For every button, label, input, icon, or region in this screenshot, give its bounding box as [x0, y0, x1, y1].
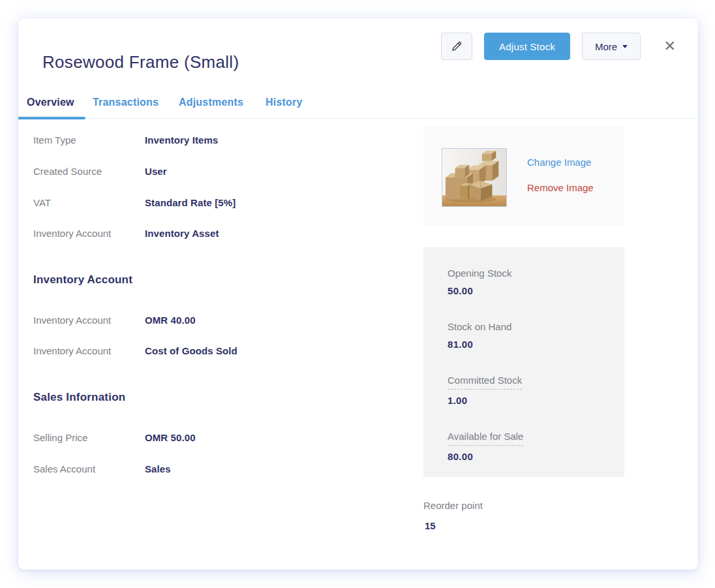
tab-bar: Overview Transactions Adjustments Histor…	[18, 82, 698, 119]
active-tab-underline	[18, 117, 85, 119]
field-label: Inventory Account	[33, 314, 145, 326]
field-row-inventory-account: Inventory AccountInventory Asset	[33, 227, 219, 240]
field-value: Inventory Items	[145, 134, 218, 146]
sales-section-heading: Sales Infornation	[33, 391, 125, 404]
more-button[interactable]: More	[582, 33, 641, 60]
change-image-link[interactable]: Change Image	[527, 157, 591, 168]
close-icon[interactable]: ✕	[664, 38, 676, 55]
field-label: Created Source	[33, 165, 145, 178]
field-value: Cost of Goods Sold	[145, 345, 237, 356]
reorder-point-label: Reorder point	[423, 500, 483, 511]
tab-overview[interactable]: Overview	[27, 97, 74, 108]
inventory-section-heading: Inventory Account	[33, 273, 132, 286]
tab-history[interactable]: History	[266, 97, 303, 108]
stock-label: Stock on Hand	[448, 320, 511, 333]
pencil-icon	[450, 40, 463, 53]
field-row-vat: VATStandard Rate [5%]	[33, 196, 236, 209]
item-image-panel: Change Image Remove Image	[423, 126, 624, 225]
tab-transactions[interactable]: Transactions	[93, 97, 159, 108]
stock-item-committed: Committed Stock 1.00	[448, 374, 605, 407]
stock-summary-panel: Opening Stock 50.00 Stock on Hand 81.00 …	[423, 247, 624, 477]
more-button-label: More	[595, 41, 617, 52]
field-row-inventory-price: Inventory AccountOMR 40.00	[33, 314, 196, 326]
stock-value: 80.00	[448, 450, 605, 463]
stock-item-available: Available for Sale 80.00	[448, 430, 605, 463]
field-row-item-type: Item TypeInventory Items	[33, 134, 218, 146]
stock-label-tooltip[interactable]: Committed Stock	[448, 374, 522, 390]
field-value: Standard Rate [5%]	[145, 197, 236, 208]
item-image	[442, 148, 507, 207]
field-label: Sales Account	[33, 463, 145, 475]
stock-label-tooltip[interactable]: Available for Sale	[448, 430, 523, 446]
remove-image-link[interactable]: Remove Image	[527, 182, 594, 193]
stock-value: 1.00	[448, 394, 605, 407]
field-value: OMR 50.00	[145, 432, 196, 443]
edit-button[interactable]	[441, 33, 472, 60]
field-label: VAT	[33, 196, 145, 209]
field-row-sales-account: Sales AccountSales	[33, 463, 171, 475]
item-detail-panel: Rosewood Frame (Small) Adjust Stock More…	[18, 18, 698, 570]
field-value: User	[145, 166, 167, 177]
field-row-cogs: Inventory AccountCost of Goods Sold	[33, 345, 237, 357]
field-row-created-source: Created SourceUser	[33, 165, 167, 178]
stock-item-opening: Opening Stock 50.00	[448, 267, 605, 298]
chevron-down-icon	[622, 45, 628, 48]
stock-item-on-hand: Stock on Hand 81.00	[448, 320, 605, 351]
tab-adjustments[interactable]: Adjustments	[179, 97, 243, 108]
boxes-photo	[442, 149, 506, 206]
reorder-point-value: 15	[425, 520, 436, 531]
stock-label: Opening Stock	[448, 267, 511, 280]
field-value: Sales	[145, 463, 171, 474]
field-label: Inventory Account	[33, 227, 145, 240]
adjust-stock-button[interactable]: Adjust Stock	[484, 33, 570, 60]
field-row-selling-price: Selling PriceOMR 50.00	[33, 431, 196, 444]
stock-value: 50.00	[448, 285, 605, 298]
field-label: Item Type	[33, 134, 145, 146]
field-label: Inventory Account	[33, 345, 145, 357]
page-title: Rosewood Frame (Small)	[42, 52, 239, 72]
stock-value: 81.00	[448, 338, 605, 351]
field-value: Inventory Asset	[145, 228, 219, 239]
field-label: Selling Price	[33, 431, 145, 444]
field-value: OMR 40.00	[145, 315, 196, 326]
